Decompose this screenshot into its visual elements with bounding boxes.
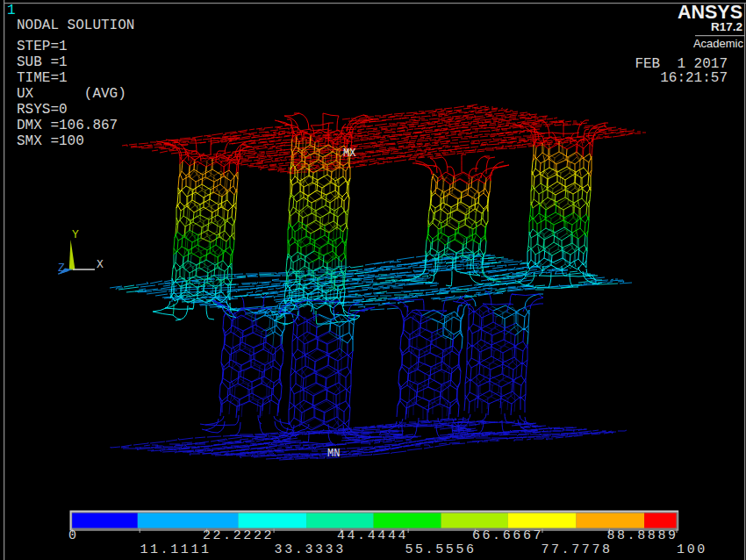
svg-text:RSYS=0: RSYS=0 <box>17 102 68 118</box>
svg-text:NODAL SOLUTION: NODAL SOLUTION <box>17 18 134 33</box>
svg-text:MN: MN <box>327 448 340 460</box>
svg-text:MX: MX <box>343 147 355 160</box>
svg-text:44.4444: 44.4444 <box>337 528 408 543</box>
svg-text:TIME=1: TIME=1 <box>17 70 68 86</box>
svg-text:Academic: Academic <box>693 37 744 50</box>
svg-text:1: 1 <box>7 3 16 18</box>
svg-text:UX (AVG): UX (AVG) <box>17 86 126 102</box>
svg-text:77.7778: 77.7778 <box>541 542 612 557</box>
svg-text:16:21:57: 16:21:57 <box>660 70 728 86</box>
svg-text:55.5556: 55.5556 <box>405 542 476 557</box>
svg-text:Y: Y <box>72 228 79 241</box>
svg-text:22.2222: 22.2222 <box>203 528 274 543</box>
svg-text:R17.2: R17.2 <box>711 20 742 33</box>
svg-text:DMX =106.867: DMX =106.867 <box>17 118 118 133</box>
svg-text:STEP=1: STEP=1 <box>17 39 68 54</box>
svg-text:88.8889: 88.8889 <box>606 528 678 543</box>
svg-text:66.6667: 66.6667 <box>472 528 543 543</box>
svg-text:0: 0 <box>68 528 76 543</box>
svg-text:11.1111: 11.1111 <box>140 542 211 557</box>
svg-text:33.3333: 33.3333 <box>275 542 346 557</box>
svg-text:100: 100 <box>677 542 707 557</box>
svg-text:SUB =1: SUB =1 <box>17 54 68 70</box>
svg-text:Z: Z <box>58 262 65 275</box>
svg-text:SMX =100: SMX =100 <box>17 133 84 149</box>
svg-text:X: X <box>97 258 104 271</box>
